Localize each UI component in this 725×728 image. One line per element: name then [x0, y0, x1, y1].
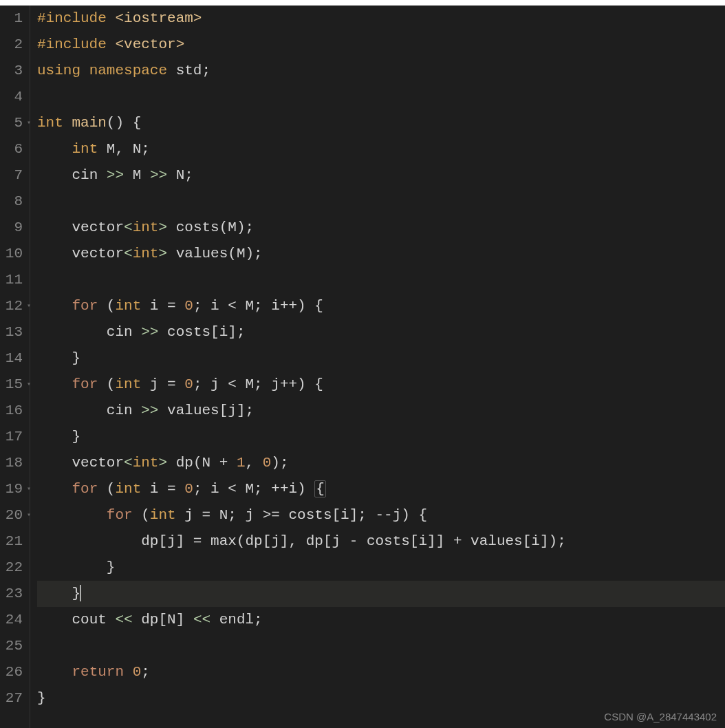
- code-line[interactable]: vector<int> values(M);: [37, 241, 725, 267]
- line-number[interactable]: 11: [4, 267, 23, 293]
- line-number[interactable]: 20▾: [4, 502, 23, 528]
- code-line[interactable]: #include <vector>: [37, 32, 725, 58]
- watermark-text: CSDN @A_2847443402: [604, 711, 717, 722]
- code-line[interactable]: vector<int> dp(N + 1, 0);: [37, 450, 725, 476]
- code-line[interactable]: vector<int> costs(M);: [37, 215, 725, 241]
- code-line[interactable]: using namespace std;: [37, 58, 725, 84]
- code-line[interactable]: int M, N;: [37, 136, 725, 162]
- code-line[interactable]: [37, 633, 725, 659]
- line-number[interactable]: 10: [4, 241, 23, 267]
- line-number[interactable]: 6: [4, 136, 23, 162]
- line-number[interactable]: 4: [4, 84, 23, 110]
- code-line[interactable]: [37, 84, 725, 110]
- code-line[interactable]: for (int i = 0; i < M; ++i) {: [37, 476, 725, 502]
- line-number[interactable]: 13: [4, 319, 23, 345]
- line-number[interactable]: 16: [4, 398, 23, 424]
- code-line[interactable]: #include <iostream>: [37, 6, 725, 32]
- line-number[interactable]: 25: [4, 633, 23, 659]
- line-number[interactable]: 26: [4, 659, 23, 685]
- text-cursor: [80, 585, 81, 601]
- code-line[interactable]: }: [37, 555, 725, 581]
- code-line-current[interactable]: }: [37, 581, 725, 607]
- code-content[interactable]: #include <iostream> #include <vector> us…: [30, 6, 725, 728]
- line-number[interactable]: 27: [4, 685, 23, 711]
- code-line[interactable]: }: [37, 424, 725, 450]
- code-line[interactable]: cout << dp[N] << endl;: [37, 607, 725, 633]
- line-number[interactable]: 24: [4, 607, 23, 633]
- line-number[interactable]: 8: [4, 189, 23, 215]
- line-number[interactable]: 14: [4, 345, 23, 372]
- code-line[interactable]: cin >> M >> N;: [37, 162, 725, 189]
- line-number[interactable]: 7: [4, 162, 23, 189]
- line-number[interactable]: 5▾: [4, 110, 23, 136]
- line-number[interactable]: 18: [4, 450, 23, 476]
- code-line[interactable]: for (int j = 0; j < M; j++) {: [37, 372, 725, 398]
- code-line[interactable]: [37, 267, 725, 293]
- line-number[interactable]: 3: [4, 58, 23, 84]
- line-number[interactable]: 9: [4, 215, 23, 241]
- line-number-gutter[interactable]: 1 2 3 4 5▾ 6 7 8 9 10 11 12▾ 13 14 15▾ 1…: [0, 6, 30, 728]
- line-number[interactable]: 19▾: [4, 476, 23, 502]
- line-number[interactable]: 2: [4, 32, 23, 58]
- code-line[interactable]: }: [37, 685, 725, 711]
- line-number[interactable]: 21: [4, 528, 23, 555]
- matched-bracket: {: [314, 480, 326, 497]
- line-number[interactable]: 23: [4, 581, 23, 607]
- line-number[interactable]: 12▾: [4, 293, 23, 319]
- line-number[interactable]: 22: [4, 555, 23, 581]
- code-line[interactable]: for (int j = N; j >= costs[i]; --j) {: [37, 502, 725, 528]
- top-border: [0, 0, 725, 6]
- code-line[interactable]: int main() {: [37, 110, 725, 136]
- line-number[interactable]: 15▾: [4, 372, 23, 398]
- code-line[interactable]: return 0;: [37, 659, 725, 685]
- code-editor: 1 2 3 4 5▾ 6 7 8 9 10 11 12▾ 13 14 15▾ 1…: [0, 6, 725, 728]
- line-number[interactable]: 1: [4, 6, 23, 32]
- code-line[interactable]: dp[j] = max(dp[j], dp[j - costs[i]] + va…: [37, 528, 725, 555]
- code-line[interactable]: for (int i = 0; i < M; i++) {: [37, 293, 725, 319]
- code-line[interactable]: cin >> values[j];: [37, 398, 725, 424]
- line-number[interactable]: 17: [4, 424, 23, 450]
- code-line[interactable]: [37, 189, 725, 215]
- code-line[interactable]: }: [37, 345, 725, 372]
- code-line[interactable]: cin >> costs[i];: [37, 319, 725, 345]
